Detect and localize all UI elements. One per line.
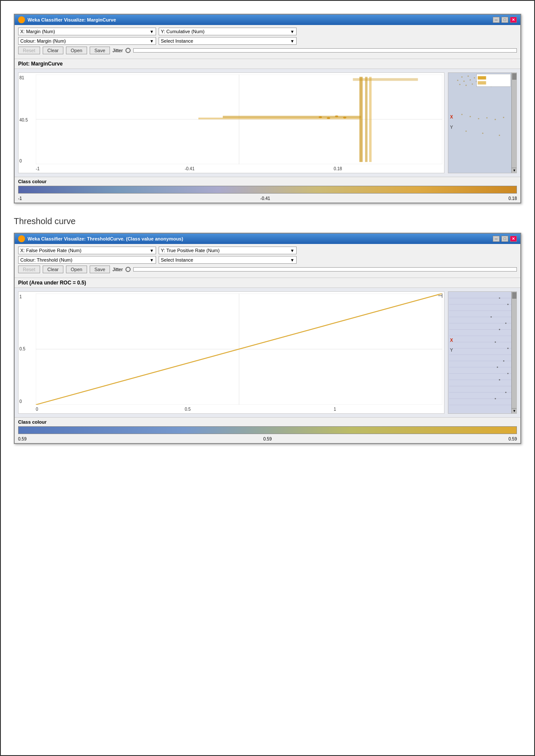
tc-colour-dropdown[interactable]: Colour: Threshold (Num) ▼ xyxy=(18,256,156,264)
tc-plot-svg xyxy=(36,294,442,405)
tc-reset-button[interactable]: Reset xyxy=(18,266,40,273)
svg-rect-9 xyxy=(369,77,372,162)
tc-button-row: Reset Clear Open Save Jitter xyxy=(18,266,517,273)
main-plot-area: 81 40.5 0 xyxy=(18,72,444,173)
tc-weka-logo-icon xyxy=(18,235,25,242)
colour-dropdown[interactable]: Colour: Margin (Num) ▼ xyxy=(18,37,156,45)
colour-label-mid: -0.41 xyxy=(260,196,270,201)
tc-select-instance-dropdown[interactable]: Select Instance ▼ xyxy=(159,256,297,264)
colour-label-left: -1 xyxy=(18,196,22,201)
svg-rect-8 xyxy=(365,77,368,162)
threshold-curve-window: Weka Classifier Visualize: ThresholdCurv… xyxy=(14,233,521,444)
margin-curve-titlebar: Weka Classifier Visualize: MarginCurve ─… xyxy=(15,15,520,25)
tc-sidebar-dots-svg xyxy=(448,292,511,413)
y-axis-dropdown[interactable]: Y: Cumulative (Num) ▼ xyxy=(159,28,297,35)
tc-colour-bar-container xyxy=(18,426,517,435)
svg-point-84 xyxy=(491,316,492,318)
svg-point-34 xyxy=(459,84,460,85)
tc-maximize-button[interactable]: □ xyxy=(501,236,508,242)
tc-colour-label-right: 0.59 xyxy=(509,437,517,441)
tc-minimize-button[interactable]: ─ xyxy=(493,236,500,242)
tc-jitter-label: Jitter xyxy=(113,267,123,272)
window-controls: ─ □ ✕ xyxy=(493,17,517,23)
svg-point-13 xyxy=(319,116,322,118)
class-colour-title: Class colour xyxy=(18,179,517,184)
x-axis-dropdown[interactable]: X: Margin (Num) ▼ xyxy=(18,28,156,35)
svg-point-94 xyxy=(495,398,496,400)
sidebar-scrollbar[interactable]: ▼ xyxy=(511,73,516,173)
tc-window-controls: ─ □ ✕ xyxy=(493,236,517,242)
x-label-mid: -0.41 xyxy=(185,166,194,171)
tc-colour-label-mid: 0.59 xyxy=(263,437,272,441)
select-instance-arrow-icon: ▼ xyxy=(290,39,294,44)
svg-rect-11 xyxy=(198,118,361,119)
svg-point-25 xyxy=(457,80,458,81)
svg-point-46 xyxy=(494,119,496,120)
maximize-button[interactable]: □ xyxy=(501,17,508,23)
svg-rect-52 xyxy=(478,76,486,80)
svg-rect-51 xyxy=(476,74,510,87)
tc-jitter-icon xyxy=(125,267,131,272)
tc-y-label-mid: 0.5 xyxy=(19,347,25,351)
save-button[interactable]: Save xyxy=(90,47,110,54)
colour-bar-labels: -1 -0.41 0.18 xyxy=(18,196,517,201)
tc-axis-row-2: Colour: Threshold (Num) ▼ Select Instanc… xyxy=(18,256,517,264)
axis-row-1: X: Margin (Num) ▼ Y: Cumulative (Num) ▼ xyxy=(18,28,517,35)
weka-logo-icon xyxy=(18,16,25,23)
svg-point-50 xyxy=(499,135,500,136)
tc-sidebar-scrollbar[interactable]: ▼ xyxy=(511,292,516,413)
svg-point-47 xyxy=(503,117,504,118)
clear-button[interactable]: Clear xyxy=(43,47,63,54)
select-instance-dropdown[interactable]: Select Instance ▼ xyxy=(159,37,297,45)
tc-close-button[interactable]: ✕ xyxy=(510,236,517,242)
sidebar-scatter-area: X Y xyxy=(448,73,511,173)
tc-class-colour-title: Class colour xyxy=(18,419,517,425)
tc-title-left: Weka Classifier Visualize: ThresholdCurv… xyxy=(18,235,183,242)
tc-x-label-mid: 0.5 xyxy=(185,407,191,412)
tc-x-label-right: 1 xyxy=(334,407,336,412)
scroll-down-icon[interactable]: ▼ xyxy=(512,168,517,173)
tc-y-axis-dropdown[interactable]: Y: True Positive Rate (Num) ▼ xyxy=(159,247,297,254)
threshold-curve-heading: Threshold curve xyxy=(14,216,521,226)
svg-point-45 xyxy=(486,117,488,119)
tc-sidebar-y-label: Y xyxy=(450,348,453,353)
jitter-slider[interactable] xyxy=(133,48,517,53)
y-label-top: 81 xyxy=(19,75,24,80)
tc-save-button[interactable]: Save xyxy=(90,266,110,273)
jitter-label: Jitter xyxy=(113,48,123,53)
tc-x-axis-arrow-icon: ▼ xyxy=(150,248,154,253)
y-axis-arrow-icon: ▼ xyxy=(290,29,294,34)
open-button[interactable]: Open xyxy=(66,47,87,54)
tc-scroll-down-icon[interactable]: ▼ xyxy=(512,408,517,413)
x-label-right: 0.18 xyxy=(334,166,342,171)
tc-clear-button[interactable]: Clear xyxy=(43,266,63,273)
tc-plot-sidebar: X Y xyxy=(448,291,517,414)
tc-colour-bar-labels: 0.59 0.59 0.59 xyxy=(18,437,517,441)
tc-y-axis-arrow-icon: ▼ xyxy=(290,248,294,253)
tc-plot-title: Plot (Area under ROC = 0.5) xyxy=(15,278,520,288)
svg-rect-12 xyxy=(353,78,418,81)
sidebar-dots-svg xyxy=(448,73,511,173)
reset-button[interactable]: Reset xyxy=(18,47,40,54)
minimize-button[interactable]: ─ xyxy=(493,17,500,23)
class-colour-section: Class colour -1 -0.41 0.18 xyxy=(15,177,520,203)
svg-point-89 xyxy=(503,360,504,362)
tc-jitter-row: Jitter xyxy=(113,267,517,272)
threshold-curve-controls: X: False Positive Rate (Num) ▼ Y: True P… xyxy=(15,244,520,278)
plot-container: 81 40.5 0 xyxy=(15,69,520,177)
tc-jitter-slider[interactable] xyxy=(133,267,517,272)
x-label-left: -1 xyxy=(36,166,40,171)
svg-point-16 xyxy=(343,117,347,119)
close-button[interactable]: ✕ xyxy=(510,17,517,23)
tc-x-label-left: 0 xyxy=(36,407,38,412)
tc-open-button[interactable]: Open xyxy=(66,266,87,273)
tc-y-label-top: 1 xyxy=(19,294,22,299)
svg-point-18 xyxy=(468,75,469,77)
svg-point-93 xyxy=(505,392,507,393)
tc-y-label-bottom: 0 xyxy=(19,399,22,404)
svg-point-49 xyxy=(482,133,483,134)
tc-x-axis-dropdown[interactable]: X: False Positive Rate (Num) ▼ xyxy=(18,247,156,254)
plot-title: Plot: MarginCurve xyxy=(15,59,520,69)
svg-point-36 xyxy=(472,84,473,85)
margin-curve-window: Weka Classifier Visualize: MarginCurve ─… xyxy=(14,14,521,203)
